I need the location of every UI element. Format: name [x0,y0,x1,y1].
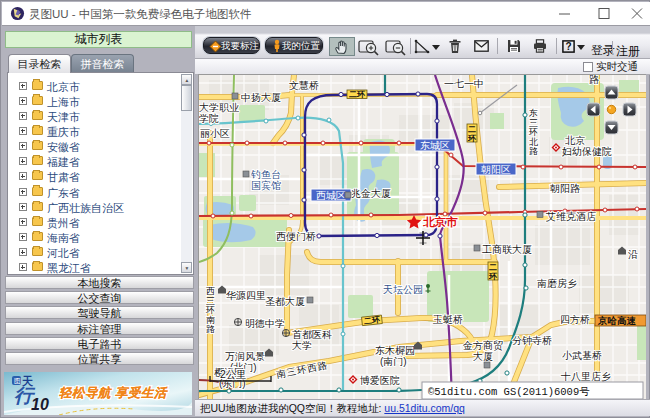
svg-text:大学职业: 大学职业 [199,102,239,113]
svg-text:三: 三 [206,296,215,306]
svg-text:文慧桥: 文慧桥 [289,80,319,91]
svg-text:环: 环 [488,272,498,281]
svg-text:路: 路 [206,324,215,334]
svg-text:轻松导航 享受生活: 轻松导航 享受生活 [59,386,168,400]
svg-text:2公里: 2公里 [220,368,247,380]
svg-text:南: 南 [206,315,215,325]
svg-text:国宾馆: 国宾馆 [251,180,281,191]
svg-text:西: 西 [206,286,215,296]
svg-text:朝阳路: 朝阳路 [550,183,580,194]
svg-text:工商联大厦: 工商联大厦 [482,244,532,255]
svg-text:大厦: 大厦 [473,351,493,362]
svg-text:二环: 二环 [364,315,382,326]
svg-text:金方商贸: 金方商贸 [462,340,503,351]
svg-text:学院: 学院 [199,113,219,124]
svg-text:三: 三 [529,118,538,128]
svg-text:兆金大厦: 兆金大厦 [351,188,391,199]
svg-text:北京: 北京 [565,135,585,146]
svg-text:二: 二 [489,263,497,272]
svg-text:钓鱼台: 钓鱼台 [250,169,281,180]
svg-text:博爱医院: 博爱医院 [359,375,400,386]
svg-text:大学: 大学 [292,340,312,351]
svg-text:玉蜓桥: 玉蜓桥 [433,314,463,325]
svg-text:西城区: 西城区 [316,190,346,201]
svg-text:朝阳区: 朝阳区 [481,164,511,175]
svg-text:东城区: 东城区 [420,140,450,151]
svg-text:西便门桥: 西便门桥 [276,231,316,242]
svg-text:?: ? [565,41,571,52]
svg-text:京哈高速: 京哈高速 [597,315,637,326]
svg-text:路: 路 [529,146,538,156]
svg-text:南磨房乡: 南磨房乡 [537,278,577,289]
svg-text:分钟寺桥: 分钟寺桥 [512,335,552,346]
svg-text:二环: 二环 [349,90,366,99]
svg-text:路: 路 [589,75,599,85]
svg-text:北: 北 [529,137,538,147]
svg-text:小武基桥: 小武基桥 [562,350,602,361]
svg-text:中扬大厦: 中扬大厦 [241,92,281,103]
svg-text:北京市: 北京市 [422,215,458,228]
svg-text:明德中学: 明德中学 [245,318,285,329]
svg-text:艾维克酒店: 艾维克酒店 [545,211,596,222]
svg-text:天坛公园: 天坛公园 [383,284,423,295]
svg-text:东木樨园: 东木樨园 [375,345,415,356]
svg-text:环: 环 [528,127,538,137]
svg-text:四方桥: 四方桥 [560,314,590,325]
svg-text:圣都大厦: 圣都大厦 [265,296,305,307]
svg-text:首都医科: 首都医科 [292,329,332,340]
svg-text:环: 环 [467,134,477,143]
svg-text:一七一中: 一七一中 [444,78,484,89]
svg-text:二: 二 [468,125,476,134]
svg-text:环: 环 [205,305,215,315]
svg-text:十八里店乡: 十八里店乡 [560,371,611,382]
svg-text:东: 东 [528,108,538,118]
svg-text:丽小区: 丽小区 [200,128,230,139]
svg-text:10: 10 [31,396,49,413]
svg-text:图: 图 [14,377,21,385]
svg-text:妇幼保健院: 妇幼保健院 [562,146,612,157]
svg-text:万润风景: 万润风景 [225,351,265,362]
svg-text:沿: 沿 [628,249,638,260]
svg-text:(南门): (南门) [380,356,407,367]
svg-text:华源四里: 华源四里 [226,290,266,301]
svg-text:©51ditu.com GS(2011)6009号: ©51ditu.com GS(2011)6009号 [428,386,590,398]
